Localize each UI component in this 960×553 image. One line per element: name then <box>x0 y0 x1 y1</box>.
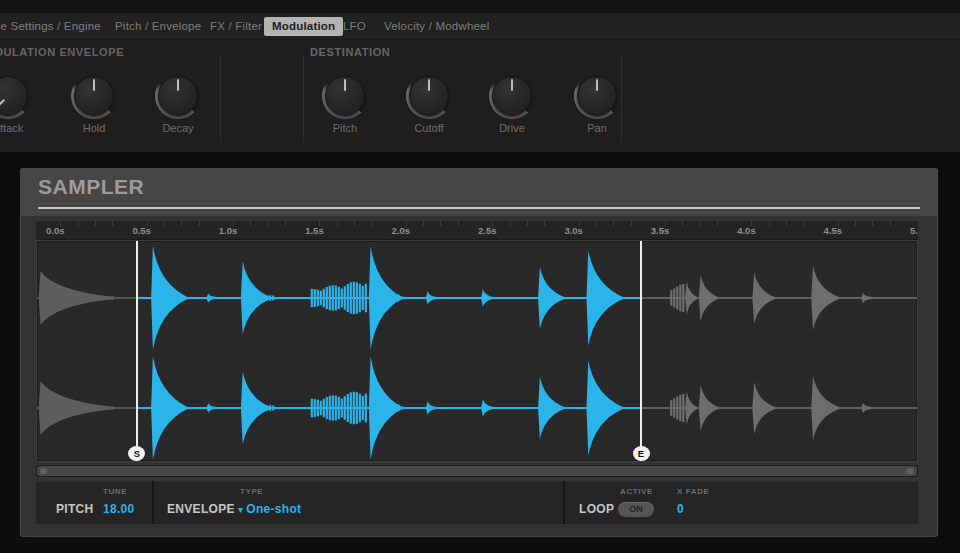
ruler-tick <box>890 221 891 226</box>
ruler-tick <box>872 221 873 226</box>
knob-indicator <box>93 75 95 96</box>
ruler-tick <box>319 221 320 226</box>
ruler-tick <box>682 221 683 226</box>
knob-indicator <box>596 75 598 96</box>
ruler-tick <box>233 221 234 226</box>
knob-label-hold: Hold <box>49 122 139 134</box>
sampler-footer: PITCH TUNE 18.00 ENVELOPE TYPE ▾One-shot… <box>36 481 918 524</box>
ruler-tick <box>700 221 701 226</box>
scrollbar-thumb[interactable] <box>37 466 917 476</box>
dropdown-arrow-icon: ▾ <box>238 504 243 515</box>
ruler-tick <box>406 221 407 226</box>
knob-label-pitch: Pitch <box>300 122 390 134</box>
envelope-label: ENVELOPE <box>167 502 235 516</box>
ruler-tick <box>268 221 269 226</box>
xfade-param-label: X FADE <box>677 487 710 496</box>
loop-active-toggle[interactable]: ON <box>618 502 654 517</box>
end-marker-line[interactable] <box>640 241 642 462</box>
knob-indicator <box>511 75 513 96</box>
tune-value[interactable]: 18.00 <box>103 502 135 516</box>
envelope-type-dropdown[interactable]: ▾One-shot <box>238 502 301 516</box>
horizontal-scrollbar[interactable] <box>36 465 918 477</box>
ruler-tick <box>544 221 545 226</box>
envelope-type-value: One-shot <box>246 502 301 516</box>
ruler-tick <box>769 221 770 226</box>
knob-cutoff[interactable] <box>406 73 452 119</box>
ruler-tick <box>786 221 787 226</box>
ruler-tick <box>164 221 165 226</box>
ruler-tick <box>717 221 718 226</box>
ruler-tick <box>665 221 666 226</box>
pitch-label: PITCH <box>56 502 94 516</box>
knob-drive[interactable] <box>489 73 535 119</box>
ruler-label: 4.0s <box>737 225 756 236</box>
loop-label: LOOP <box>579 502 614 516</box>
knob-indicator <box>428 75 430 96</box>
ruler-tick <box>78 221 79 226</box>
plugin-tab-bar: Voice Settings / EnginePitch / EnvelopeF… <box>0 13 960 40</box>
sampler-panel-title: SAMPLER <box>38 175 144 199</box>
section-title-destination: DESTINATION <box>310 46 390 58</box>
sampler-title-underline <box>38 207 920 209</box>
tab-velocity-modwheel[interactable]: Velocity / Modwheel <box>384 13 489 40</box>
tune-param-label: TUNE <box>103 487 127 496</box>
knob-indicator <box>177 75 179 96</box>
xfade-value[interactable]: 0 <box>677 502 684 516</box>
ruler-tick <box>285 221 286 226</box>
time-ruler[interactable]: 0.0s0.5s1.0s1.5s2.0s2.5s3.0s3.5s4.0s4.5s… <box>36 221 918 240</box>
tab-lfo[interactable]: LFO <box>343 13 366 40</box>
waveform-svg <box>37 241 917 461</box>
knob-label-attack: Attack <box>0 122 53 134</box>
parameter-section: MODULATION ENVELOPE DESTINATION AttackHo… <box>0 40 960 152</box>
ruler-label: 3.0s <box>564 225 583 236</box>
loop-cell: LOOP ACTIVE ON X FADE 0 <box>565 481 918 524</box>
ruler-tick <box>492 221 493 226</box>
scrollbar-left-cap <box>40 468 47 474</box>
ruler-tick <box>440 221 441 226</box>
ruler-label: 1.5s <box>305 225 324 236</box>
ruler-tick <box>199 221 200 226</box>
active-param-label: ACTIVE <box>620 487 653 496</box>
ruler-label: 4.5s <box>824 225 843 236</box>
ruler-tick <box>60 221 61 226</box>
ruler-tick <box>371 221 372 226</box>
knob-decay[interactable] <box>155 73 201 119</box>
ruler-tick <box>354 221 355 226</box>
ruler-label: 2.5s <box>478 225 497 236</box>
section-title-modulation-envelope: MODULATION ENVELOPE <box>0 46 124 58</box>
knob-face <box>0 76 28 116</box>
knob-label-decay: Decay <box>133 122 223 134</box>
envelope-cell: ENVELOPE TYPE ▾One-shot <box>154 481 563 524</box>
knob-label-drive: Drive <box>467 122 557 134</box>
ruler-tick <box>838 221 839 226</box>
knob-hold[interactable] <box>71 73 117 119</box>
tab-fx-filter[interactable]: FX / Filter <box>210 13 262 40</box>
tab-modulation[interactable]: Modulation <box>264 17 343 36</box>
start-marker-line[interactable] <box>136 241 138 462</box>
ruler-tick <box>855 221 856 226</box>
ruler-tick <box>423 221 424 226</box>
ruler-label: 3.5s <box>651 225 670 236</box>
ruler-tick <box>527 221 528 226</box>
knob-attack[interactable] <box>0 73 31 119</box>
ruler-tick <box>510 221 511 226</box>
pitch-cell: PITCH TUNE 18.00 <box>36 481 152 524</box>
ruler-tick <box>579 221 580 226</box>
sampler-panel: SAMPLER 0.0s0.5s1.0s1.5s2.0s2.5s3.0s3.5s… <box>20 168 938 537</box>
ruler-tick <box>458 221 459 226</box>
knob-label-cutoff: Cutoff <box>384 122 474 134</box>
knob-pitch[interactable] <box>322 73 368 119</box>
waveform-display[interactable]: SE <box>36 240 918 462</box>
knob-pan[interactable] <box>574 73 620 119</box>
ruler-tick <box>751 221 752 226</box>
ruler-tick <box>803 221 804 226</box>
ruler-label: 5.0s <box>910 225 918 236</box>
type-param-label: TYPE <box>240 487 263 496</box>
ruler-tick <box>613 221 614 226</box>
tab-pitch-envelope[interactable]: Pitch / Envelope <box>115 13 201 40</box>
tab-voice-settings-engine[interactable]: Voice Settings / Engine <box>0 13 101 40</box>
end-marker-badge[interactable]: E <box>633 446 650 461</box>
ruler-tick <box>337 221 338 226</box>
scrollbar-right-cap <box>907 468 914 474</box>
ruler-tick <box>147 221 148 226</box>
